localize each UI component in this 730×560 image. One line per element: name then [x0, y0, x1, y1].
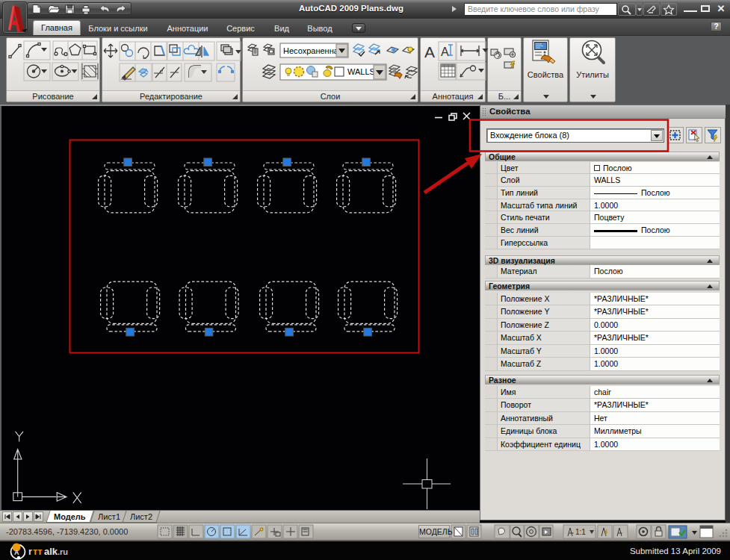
svg-text:A: A — [424, 43, 435, 60]
svg-text:A: A — [441, 46, 449, 58]
svg-text:Несохраненна:: Несохраненна: — [283, 46, 341, 55]
svg-text:1:1: 1:1 — [575, 528, 586, 536]
svg-text:alk: alk — [44, 546, 58, 557]
svg-text:WALLS: WALLS — [347, 67, 375, 76]
svg-text:A: A — [14, 549, 19, 556]
svg-text:r: r — [28, 546, 32, 557]
svg-text:тт: тт — [33, 546, 43, 557]
svg-text:.ru: .ru — [58, 547, 68, 556]
